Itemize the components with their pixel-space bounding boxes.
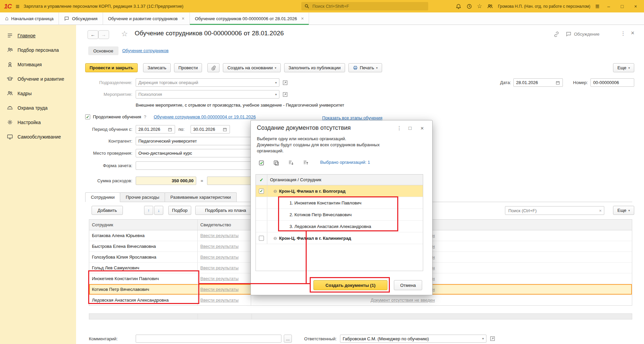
sidebar-item-self-service[interactable]: Самообслуживание [0, 129, 76, 144]
enter-results-link[interactable]: Ввести результаты [200, 233, 239, 238]
pick-from-plan-button[interactable]: Подобрать из плана [195, 206, 256, 215]
tab-home[interactable]: ⌂ Начальная страница [0, 12, 59, 25]
calendar-icon[interactable] [555, 80, 560, 85]
current-user[interactable]: Громова Н.П. (Нач. отд. по работе с перс… [498, 4, 590, 9]
global-search-input[interactable] [312, 3, 425, 9]
selected-organizations-info[interactable]: Выбрано организаций: 1 [320, 160, 370, 165]
fill-from-publication-button[interactable]: Заполнить из публикации [284, 63, 345, 72]
comment-more-button[interactable]: ... [284, 335, 292, 343]
post-and-close-button[interactable]: Провести и закрыть [85, 63, 138, 72]
table-search-input[interactable] [508, 208, 597, 214]
nav-link-employee-training[interactable]: Обучение сотрудников [122, 48, 169, 53]
toolbar-more-button[interactable]: Еще▾ [613, 63, 634, 72]
open-department-icon[interactable] [282, 80, 288, 86]
sidebar-item-hr[interactable]: Кадры [0, 86, 76, 101]
service-menu-icon[interactable]: ≣ [595, 3, 600, 9]
cancel-button[interactable]: Отмена [394, 280, 422, 290]
column-employee[interactable]: Сотрудник [89, 220, 198, 230]
comment-field[interactable] [136, 335, 281, 343]
attachments-button[interactable] [207, 63, 219, 72]
event-field[interactable]: Психология ▾ [136, 90, 279, 99]
absence-doc-link[interactable]: Документ отсутствия не введен [371, 298, 435, 303]
open-event-icon[interactable] [282, 91, 288, 98]
employee-tree-row[interactable]: 2. Котиков Петр Вячеславович [256, 209, 423, 221]
number-field[interactable]: 00-00000006 [590, 78, 634, 87]
continuation-checkbox[interactable]: ✓ [85, 114, 90, 119]
form-kebab-icon[interactable]: ⋮ [620, 30, 626, 37]
org-checkbox-unchecked[interactable] [259, 236, 264, 241]
tab-close-icon[interactable]: × [182, 16, 184, 21]
employee-tree-row[interactable]: 1. Инокетиев Константин Павлович [256, 197, 423, 209]
enter-results-link[interactable]: Ввести результаты [200, 298, 239, 303]
sidebar-item-motivation[interactable]: Мотивация [0, 57, 76, 72]
calendar-icon[interactable] [223, 127, 227, 132]
back-button[interactable]: ← [88, 30, 98, 39]
responsible-field[interactable]: Габровская С.М. (Менеджер по обучению) ▾ [340, 335, 486, 343]
tab-close-icon[interactable]: × [301, 16, 304, 21]
minimize-button[interactable]: – [604, 4, 613, 9]
table-search-field[interactable]: × [505, 206, 604, 215]
previous-training-link[interactable]: Обучение сотрудников 00-00000004 от 19.0… [154, 114, 256, 119]
copy-link-icon[interactable] [553, 31, 560, 38]
calendar-icon[interactable] [168, 127, 172, 132]
sidebar-item-recruitment[interactable]: Подбор персонала [0, 43, 76, 57]
sidebar-item-settings[interactable]: Настройка [0, 115, 76, 129]
global-search[interactable] [301, 2, 428, 10]
enter-results-link[interactable]: Ввести результаты [200, 255, 239, 260]
move-up-button[interactable]: ↑ [144, 206, 153, 215]
show-all-stages-link[interactable]: Показать все этапы обучения [322, 115, 382, 120]
favorite-star-icon[interactable]: ☆ [121, 30, 128, 38]
organization-row-volgograd[interactable]: ✓ ⊖ Крон-Ц. Филиал в г. Волгоград [256, 185, 423, 197]
check-all-button[interactable] [256, 158, 266, 167]
write-button[interactable]: Записать [143, 63, 171, 72]
dropdown-icon[interactable]: ▾ [482, 337, 484, 340]
sidebar-item-labor-safety[interactable]: Охрана труда [0, 101, 76, 115]
forward-button[interactable]: → [98, 30, 109, 39]
dropdown-icon[interactable]: ▾ [275, 81, 277, 84]
create-based-on-button[interactable]: Создать на основании▾ [223, 63, 280, 72]
tab-developed-characteristics[interactable]: Развиваемые характеристики [165, 192, 237, 202]
form-close-icon[interactable]: × [631, 30, 635, 37]
open-responsible-icon[interactable] [489, 336, 496, 342]
amount-field[interactable]: 350 000,00 [136, 177, 196, 185]
nav-tab-main[interactable]: Основное [88, 46, 118, 55]
main-menu-icon[interactable]: ≡ [15, 3, 20, 10]
date-field[interactable]: 28.01.2026 [513, 78, 563, 87]
column-certificate[interactable]: Свидетельство [198, 220, 251, 230]
tab-other-expenses[interactable]: Прочие расходы [120, 192, 165, 202]
sidebar-item-main[interactable]: Главное [0, 28, 76, 43]
close-window-button[interactable]: × [631, 4, 640, 9]
expand-all-button[interactable] [286, 158, 296, 167]
tab-training-development[interactable]: Обучение и развитие сотрудников × [103, 12, 190, 25]
employee-tree-row[interactable]: 3. Ледовская Анастасия Александровна [256, 221, 423, 232]
uncheck-all-button[interactable] [271, 158, 281, 167]
enter-results-link[interactable]: Ввести результаты [200, 244, 239, 249]
favorites-star-icon[interactable]: ☆ [477, 3, 482, 10]
tab-employees[interactable]: Сотрудники [85, 192, 120, 202]
notifications-bell-icon[interactable] [455, 3, 462, 9]
dialog-kebab-icon[interactable]: ⋮ [396, 125, 403, 131]
table-more-button[interactable]: Еще▾ [613, 206, 634, 215]
dialog-maximize-icon[interactable]: □ [406, 125, 414, 131]
history-icon[interactable] [466, 3, 472, 9]
pick-button[interactable]: Подбор [168, 206, 191, 215]
maximize-button[interactable]: □ [618, 4, 626, 9]
organization-row-kaliningrad[interactable]: ⊖ Крон-Ц. Филиал в г. Калининград [256, 232, 423, 244]
create-documents-button[interactable]: Создать документы (1) [313, 280, 387, 290]
help-icon[interactable]: ? [144, 114, 146, 119]
enter-results-link[interactable]: Ввести результаты [200, 287, 239, 292]
period-to-field[interactable]: 30.01.2026 [191, 125, 230, 133]
org-checkbox-checked[interactable]: ✓ [259, 189, 264, 194]
dropdown-icon[interactable]: ▾ [275, 93, 277, 96]
dialog-close-icon[interactable]: × [418, 125, 426, 132]
tree-collapse-icon[interactable]: ⊖ [273, 236, 277, 241]
sidebar-item-training[interactable]: Обучение и развитие [0, 72, 76, 86]
period-from-field[interactable]: 28.01.2026 [136, 125, 175, 133]
add-row-button[interactable]: Добавить [92, 206, 123, 215]
post-button[interactable]: Провести [174, 63, 202, 72]
tab-employee-training-doc[interactable]: Обучение сотрудников 00-00000006 от 28.0… [190, 12, 309, 25]
enter-results-link[interactable]: Ввести результаты [200, 276, 239, 281]
collapse-all-button[interactable] [301, 158, 311, 167]
print-button[interactable]: Печать▾ [348, 63, 382, 72]
clear-search-icon[interactable]: × [599, 208, 602, 213]
